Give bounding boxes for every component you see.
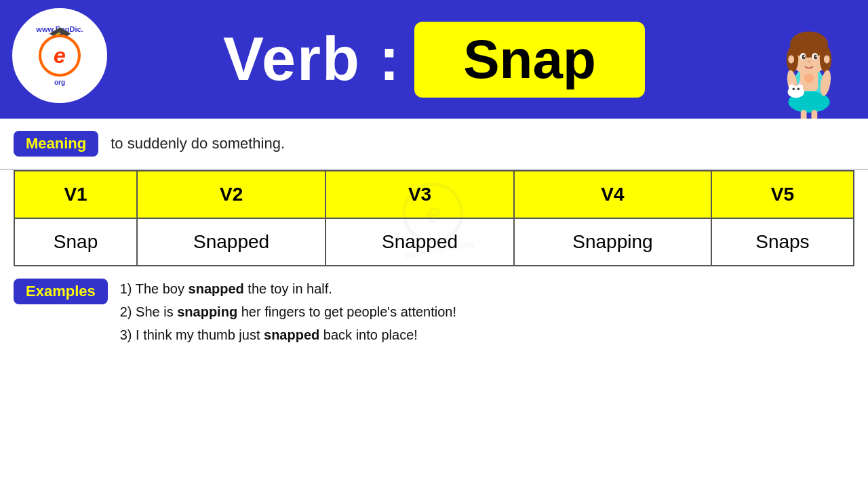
svg-point-11 (804, 56, 805, 58)
example-3: 3) I think my thumb just snapped back in… (120, 323, 456, 346)
logo-e-circle: e (39, 35, 81, 77)
girl-illustration (756, 0, 861, 119)
verb-forms-table: V1 V2 V3 V4 V5 Snap Snapped Snapped Snap… (14, 170, 854, 266)
verb-box: Snap (414, 22, 645, 98)
svg-point-9 (802, 55, 805, 60)
logo: www.EngDic. 🎓 e org (12, 8, 107, 103)
meaning-badge: Meaning (14, 131, 98, 157)
verb-table-section: e www.EngDic.org V1 V2 V3 V4 V5 Snap Sna… (0, 170, 868, 266)
examples-badge: Examples (14, 279, 108, 304)
cell-v3: Snapped (326, 218, 514, 266)
examples-section: Examples 1) The boy snapped the toy in h… (0, 266, 868, 353)
meaning-row: Meaning to suddenly do something. (0, 119, 868, 170)
table-data-row: Snap Snapped Snapped Snapping Snaps (14, 218, 854, 266)
cell-v1: Snap (14, 218, 137, 266)
col-header-v4: V4 (514, 171, 711, 218)
col-header-v1: V1 (14, 171, 137, 218)
examples-list: 1) The boy snapped the toy in half. 2) S… (120, 277, 456, 346)
col-header-v5: V5 (711, 171, 854, 218)
svg-point-24 (797, 88, 800, 91)
svg-point-15 (823, 55, 829, 63)
svg-rect-26 (811, 110, 817, 119)
header: www.EngDic. 🎓 e org Verb : Snap (0, 0, 868, 119)
header-prefix: Verb : (223, 24, 401, 94)
table-header-row: V1 V2 V3 V4 V5 (14, 171, 854, 218)
col-header-v2: V2 (137, 171, 326, 218)
svg-point-12 (815, 56, 816, 58)
col-header-v3: V3 (326, 171, 514, 218)
cell-v2: Snapped (137, 218, 326, 266)
svg-point-13 (807, 60, 810, 63)
example-1: 1) The boy snapped the toy in half. (120, 277, 456, 300)
svg-point-29 (804, 74, 814, 83)
logo-e-text: e (54, 43, 66, 68)
svg-point-14 (788, 55, 794, 63)
verb-text: Snap (463, 28, 596, 91)
svg-point-23 (792, 88, 795, 91)
cell-v4: Snapping (514, 218, 711, 266)
svg-point-10 (814, 55, 817, 60)
svg-rect-25 (800, 110, 806, 119)
cell-v5: Snaps (711, 218, 854, 266)
example-2: 2) She is snapping her fingers to get pe… (120, 300, 456, 323)
logo-url-org: org (54, 79, 65, 86)
meaning-text: to suddenly do something. (111, 135, 285, 152)
